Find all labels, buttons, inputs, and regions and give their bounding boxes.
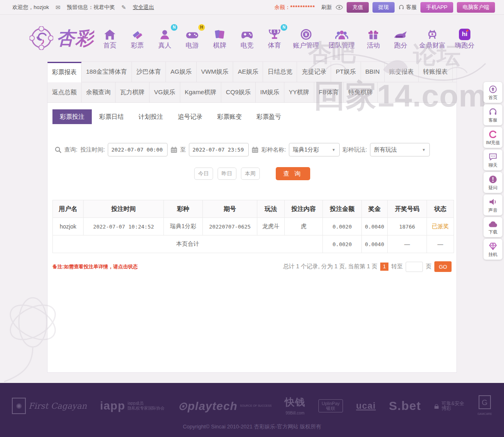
stamp-icon: ✺ bbox=[12, 398, 26, 414]
tab-vg[interactable]: VG娱乐 bbox=[150, 82, 180, 103]
lottery-select[interactable]: 瑞典1分彩▼ bbox=[289, 143, 340, 156]
chevron-down-icon: ▼ bbox=[422, 148, 426, 152]
current-page-button[interactable]: 1 bbox=[380, 263, 388, 271]
tab-ae[interactable]: AE娱乐 bbox=[233, 62, 263, 82]
tab-rebate-total[interactable]: 返点总额 bbox=[48, 82, 82, 103]
site-logo[interactable]: 杏彩 bbox=[30, 26, 94, 50]
tab-account-change[interactable]: 账变报表 bbox=[385, 62, 419, 82]
goto-page-input[interactable] bbox=[406, 262, 423, 272]
logout-link[interactable]: 安全退出 bbox=[133, 4, 154, 11]
rhino-icon bbox=[393, 29, 408, 40]
subtab-lottery-daily[interactable]: 彩票日结 bbox=[92, 109, 131, 124]
subtab-lottery-pnl[interactable]: 彩票盈亏 bbox=[249, 109, 288, 124]
side-home[interactable]: 首页 bbox=[484, 82, 502, 103]
tab-yy-chess[interactable]: YY棋牌 bbox=[284, 82, 314, 103]
tab-lottery-report[interactable]: 彩票报表 bbox=[48, 62, 82, 82]
bet-time-from-input[interactable] bbox=[108, 143, 168, 156]
headset-icon bbox=[398, 5, 404, 10]
tab-pt[interactable]: PT娱乐 bbox=[331, 62, 361, 82]
nav-item-egame[interactable]: H 电游 bbox=[183, 26, 201, 50]
jump-label: 转至 bbox=[391, 263, 403, 270]
footer-logo-trusted: 🔒︎ 可靠&安全博彩 bbox=[434, 401, 464, 411]
tab-transfer-report[interactable]: 转账报表 bbox=[419, 62, 453, 82]
footer-logo-first-cagayan: ✺ First Cagayan bbox=[12, 398, 87, 414]
tab-balance-query[interactable]: 余额查询 bbox=[82, 82, 116, 103]
tab-saba-sports[interactable]: 沙巴体育 bbox=[132, 62, 166, 82]
footer-logo-playtech: ⊙playtech SOURCE OF SUCCESS bbox=[178, 399, 272, 413]
bet-time-to-input[interactable] bbox=[189, 143, 249, 156]
recharge-button[interactable]: 充值 bbox=[347, 2, 369, 13]
subtab-plan-bets[interactable]: 计划投注 bbox=[131, 109, 170, 124]
nav-item-account[interactable]: ¥ 账户管理 bbox=[293, 26, 319, 50]
quick-filter-row: 今日 昨日 本周 查 询 bbox=[48, 167, 456, 180]
tab-wali-chess[interactable]: 瓦力棋牌 bbox=[116, 82, 150, 103]
calendar-icon[interactable] bbox=[170, 147, 177, 153]
tab-kgame[interactable]: Kgame棋牌 bbox=[180, 82, 222, 103]
side-service[interactable]: 客服 bbox=[484, 104, 502, 125]
cell-bet-time: 2022-07-07 10:24:52 bbox=[84, 218, 164, 235]
tab-deposit-withdraw[interactable]: 充提记录 bbox=[297, 62, 331, 82]
tab-fb-sports[interactable]: FB体育 bbox=[314, 82, 344, 103]
nav-item-live[interactable]: N 真人 bbox=[156, 26, 174, 50]
lock-icon: 🔒︎ bbox=[434, 401, 439, 411]
nav-item-paofen[interactable]: 跑分 bbox=[392, 26, 410, 50]
col-lottery: 彩种 bbox=[164, 200, 203, 218]
nav-item-activity[interactable]: 活动 bbox=[364, 26, 382, 50]
go-button[interactable]: GO bbox=[434, 261, 452, 272]
subtab-lottery-changes[interactable]: 彩票账变 bbox=[210, 109, 249, 124]
diamond-icon bbox=[488, 242, 497, 251]
customer-service-link[interactable]: 客服 bbox=[398, 4, 417, 11]
calendar-icon[interactable] bbox=[252, 147, 259, 153]
pc-client-button[interactable]: 电脑客户端 bbox=[457, 2, 495, 13]
nav-item-sports[interactable]: 1N 体育 bbox=[266, 26, 284, 50]
tab-vwm[interactable]: VWM娱乐 bbox=[197, 62, 234, 82]
side-im-recharge[interactable]: IM充值 bbox=[484, 127, 502, 148]
cell-bet-content: 虎 bbox=[285, 218, 323, 235]
today-button[interactable]: 今日 bbox=[194, 168, 213, 180]
cell-bet-amount: 0.0020 bbox=[323, 218, 362, 235]
subtab-chase-records[interactable]: 追号记录 bbox=[170, 109, 210, 124]
nav-item-home[interactable]: 首页 bbox=[101, 26, 119, 50]
tab-daily-summary[interactable]: 日结总览 bbox=[263, 62, 297, 82]
side-idle[interactable]: 挂机 bbox=[484, 239, 502, 260]
nav-item-team[interactable]: 团队管理 bbox=[329, 26, 355, 50]
remark-text: 备注:如需查看投注单详情，请点击状态 bbox=[52, 263, 138, 270]
edit-icon[interactable]: ✎ bbox=[121, 4, 126, 11]
nav-item-lottery[interactable]: 彩票 bbox=[128, 26, 146, 50]
cell-status: 已派奖 bbox=[427, 218, 454, 235]
mail-icon[interactable]: ✉ bbox=[56, 4, 61, 11]
nav-item-esports[interactable]: 电竞 bbox=[238, 26, 256, 50]
side-chat[interactable]: 聊天 bbox=[484, 149, 502, 170]
svg-text:1: 1 bbox=[274, 30, 276, 34]
search-button[interactable]: 查 询 bbox=[276, 167, 310, 180]
speaker-icon bbox=[488, 197, 497, 206]
tab-ag[interactable]: AG娱乐 bbox=[166, 62, 197, 82]
nav-item-chess[interactable]: 棋牌 bbox=[211, 26, 229, 50]
bets-table-wrap: 用户名 投注时间 彩种 期号 玩法 投注内容 投注金额 奖金 开奖号码 状态 h… bbox=[52, 200, 452, 253]
tab-im[interactable]: IM娱乐 bbox=[256, 82, 284, 103]
side-sound[interactable]: 声音 bbox=[484, 195, 502, 215]
eye-icon[interactable] bbox=[336, 5, 343, 10]
refresh-link[interactable]: 刷新 bbox=[321, 4, 332, 11]
page-footer: ✺ First Cagayan iapp iapp成员隐私权专家国际协会 ⊙pl… bbox=[0, 383, 504, 437]
sports-trophy-icon: 1 bbox=[269, 29, 280, 40]
nav-item-jinding[interactable]: 金鼎财富 bbox=[419, 26, 445, 50]
col-issue: 期号 bbox=[203, 200, 257, 218]
side-question[interactable]: 疑问 bbox=[484, 172, 502, 193]
withdraw-button[interactable]: 提现 bbox=[372, 2, 395, 13]
this-week-button[interactable]: 本周 bbox=[241, 168, 260, 180]
mobile-app-button[interactable]: 手机APP bbox=[420, 2, 453, 13]
nav-item-hipaofen[interactable]: hi 嗨跑分 bbox=[455, 26, 474, 50]
yesterday-button[interactable]: 昨日 bbox=[218, 168, 236, 180]
tab-tetu-chess[interactable]: 特兔棋牌 bbox=[344, 82, 378, 103]
tab-cq9[interactable]: CQ9娱乐 bbox=[221, 82, 256, 103]
status-link[interactable]: 已派奖 bbox=[432, 223, 449, 229]
query-form: 查询: 投注时间: 至 彩种名称: 瑞典1分彩▼ 彩种玩法: 所有玩法▼ bbox=[55, 143, 456, 156]
subtab-lottery-bets[interactable]: 彩票投注 bbox=[52, 109, 92, 124]
tab-bbin[interactable]: BBIN bbox=[361, 62, 385, 82]
play-type-select[interactable]: 所有玩法▼ bbox=[370, 143, 430, 156]
side-download[interactable]: 下载 bbox=[484, 217, 502, 237]
tab-188-sports[interactable]: 188金宝博体育 bbox=[82, 62, 132, 82]
cell-play: 龙虎斗 bbox=[257, 218, 285, 235]
col-bet-time: 投注时间 bbox=[84, 200, 164, 218]
